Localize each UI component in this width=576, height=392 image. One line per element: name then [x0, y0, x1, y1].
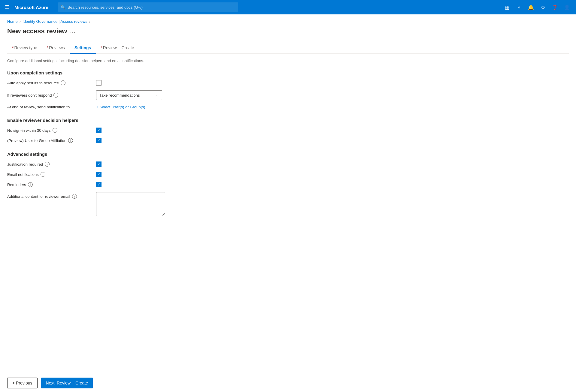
topbar: ☰ Microsoft Azure 🔍 ▦ » 🔔 ⚙ ❓ 👤	[0, 0, 576, 14]
tab-asterisk-3: *	[101, 45, 102, 50]
portal-icon[interactable]: ▦	[502, 2, 512, 13]
app-title: Microsoft Azure	[14, 5, 48, 10]
email-notif-info-icon[interactable]: i	[41, 172, 45, 177]
notification-label: At end of review, send notification to	[7, 105, 91, 109]
justification-row: Justification required i	[7, 161, 569, 167]
dropdown-chevron-icon: ⌄	[156, 93, 159, 97]
tab-asterisk-0: *	[12, 45, 14, 50]
justification-label: Justification required i	[7, 162, 91, 167]
user-icon[interactable]: 👤	[562, 2, 572, 13]
user-group-affiliation-label: (Preview) User-to-Group Affiliation i	[7, 138, 91, 143]
no-signin-label: No sign-in within 30 days i	[7, 128, 91, 133]
page-more-button[interactable]: ...	[70, 28, 75, 35]
completion-section-heading: Upon completion settings	[7, 70, 569, 75]
reviewers-respond-info-icon[interactable]: i	[53, 93, 58, 98]
email-notifications-row: Email notifications i	[7, 172, 569, 177]
user-group-info-icon[interactable]: i	[68, 138, 73, 143]
tab-settings[interactable]: Settings	[70, 42, 96, 54]
search-icon: 🔍	[60, 5, 65, 10]
auto-apply-label: Auto apply results to resource i	[7, 80, 91, 85]
reminders-label: Reminders i	[7, 182, 91, 187]
no-signin-checkbox[interactable]	[96, 128, 102, 133]
tabs-container: *Review type *Reviews Settings *Review +…	[7, 42, 569, 54]
breadcrumb-sep-1: ›	[20, 19, 21, 24]
justification-checkbox[interactable]	[96, 161, 102, 167]
search-container: 🔍	[58, 2, 238, 12]
tab-reviews[interactable]: *Reviews	[42, 42, 70, 54]
breadcrumb-sep-2: ›	[89, 19, 90, 24]
search-input[interactable]	[58, 2, 238, 12]
no-signin-info-icon[interactable]: i	[53, 128, 57, 133]
user-group-affiliation-row: (Preview) User-to-Group Affiliation i	[7, 138, 569, 143]
reviewer-email-row: Additional content for reviewer email i	[7, 192, 569, 216]
page-title: New access review	[7, 27, 67, 35]
reviewers-respond-row: If reviewers don't respond i Take recomm…	[7, 90, 569, 100]
auto-apply-info-icon[interactable]: i	[61, 80, 65, 85]
settings-icon[interactable]: ⚙	[538, 2, 548, 13]
reminders-info-icon[interactable]: i	[28, 182, 33, 187]
reviewers-respond-dropdown[interactable]: Take recommendations ⌄	[96, 90, 162, 100]
user-group-checkbox[interactable]	[96, 138, 102, 143]
reminders-checkbox[interactable]	[96, 182, 102, 187]
tab-description: Configure additional settings, including…	[7, 59, 569, 63]
justification-info-icon[interactable]: i	[45, 162, 50, 167]
breadcrumb-home[interactable]: Home	[7, 19, 18, 24]
main-content: Home › Identity Governance | Access revi…	[0, 14, 576, 392]
reminders-row: Reminders i	[7, 182, 569, 187]
footer-bar: < Previous Next: Review + Create	[0, 374, 576, 392]
cloud-shell-icon[interactable]: »	[514, 2, 524, 13]
advanced-settings-heading: Advanced settings	[7, 152, 569, 157]
no-signin-row: No sign-in within 30 days i	[7, 128, 569, 133]
breadcrumb: Home › Identity Governance | Access revi…	[7, 19, 569, 24]
select-users-groups-link[interactable]: + Select User(s) or Group(s)	[96, 105, 145, 109]
auto-apply-checkbox[interactable]	[96, 80, 102, 86]
email-notifications-checkbox[interactable]	[96, 172, 102, 177]
reviewers-respond-label: If reviewers don't respond i	[7, 93, 91, 98]
tab-asterisk-1: *	[47, 45, 48, 50]
page-title-row: New access review ...	[7, 27, 569, 35]
hamburger-icon[interactable]: ☰	[4, 3, 11, 12]
reviewer-email-textarea[interactable]	[96, 192, 165, 216]
previous-button[interactable]: < Previous	[7, 378, 38, 388]
reviewer-email-label: Additional content for reviewer email i	[7, 192, 91, 199]
tab-review-create[interactable]: *Review + Create	[96, 42, 139, 54]
tab-review-type[interactable]: *Review type	[7, 42, 42, 54]
email-notifications-label: Email notifications i	[7, 172, 91, 177]
next-button[interactable]: Next: Review + Create	[41, 378, 93, 388]
help-icon[interactable]: ❓	[550, 2, 560, 13]
reviewer-email-info-icon[interactable]: i	[72, 194, 77, 199]
topbar-icons: ▦ » 🔔 ⚙ ❓ 👤	[502, 2, 572, 13]
auto-apply-row: Auto apply results to resource i	[7, 80, 569, 86]
notification-row: At end of review, send notification to +…	[7, 105, 569, 109]
notifications-icon[interactable]: 🔔	[526, 2, 536, 13]
breadcrumb-section[interactable]: Identity Governance | Access reviews	[23, 19, 87, 24]
decision-helpers-heading: Enable reviewer decision helpers	[7, 118, 569, 123]
